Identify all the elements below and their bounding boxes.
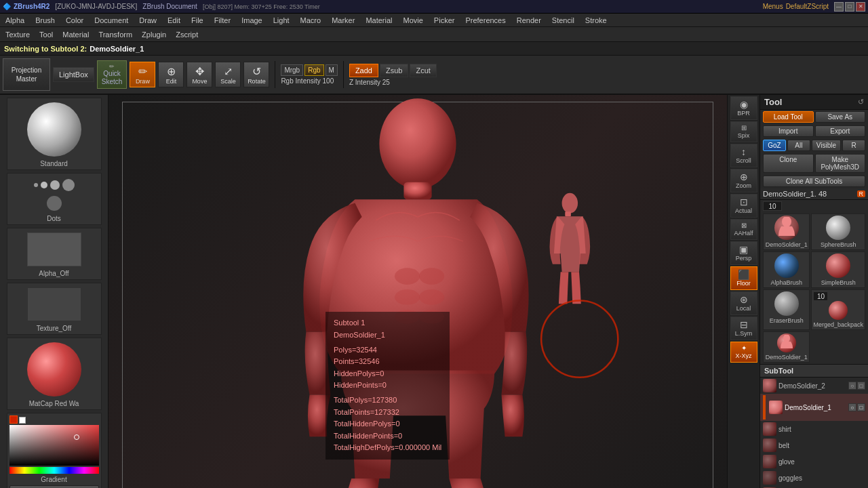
mrgb-button[interactable]: Mrgb [281, 64, 303, 76]
alpha-off-item[interactable]: Alpha_Off [7, 228, 102, 280]
projection-master-button[interactable]: Projection Master [3, 58, 50, 91]
num-input[interactable] [763, 201, 782, 211]
scroll-button[interactable]: ↕ Scroll [730, 144, 757, 167]
bpr-button[interactable]: ◉ BPR [730, 96, 757, 120]
subtool-ds1-lock[interactable]: □ [857, 403, 865, 411]
subtool-shirt[interactable]: shirt [760, 421, 868, 437]
clone-all-subtools-button[interactable]: Clone All SubTools [763, 176, 865, 187]
menu-item-preferences[interactable]: Preferences [462, 16, 508, 25]
menu-item-image[interactable]: Image [239, 16, 265, 25]
goz-button[interactable]: GoZ [763, 140, 786, 151]
menus-label[interactable]: Menus [763, 3, 783, 10]
toolbar2-item-material[interactable]: Material [60, 30, 92, 39]
maximize-button[interactable]: □ [845, 2, 854, 12]
menu-item-file[interactable]: File [189, 16, 206, 25]
menu-item-stencil[interactable]: Stencil [549, 16, 577, 25]
backpack-num-input[interactable] [813, 291, 828, 301]
foreground-color[interactable] [9, 415, 18, 424]
move-tool-button[interactable]: ✥ Move [186, 62, 212, 87]
toolbar2-item-tool[interactable]: Tool [37, 30, 56, 39]
all-button[interactable]: All [787, 140, 810, 151]
texture-off-item[interactable]: Texture_Off [7, 283, 102, 335]
toolbar2-item-zplugin[interactable]: Zplugin [139, 30, 169, 39]
subtool-ds2-eye[interactable]: ○ [848, 382, 856, 390]
actual-button[interactable]: ⊡ Actual [730, 194, 757, 218]
menu-item-document[interactable]: Document [92, 16, 131, 25]
spix-button[interactable]: ⊞ Spix [730, 121, 757, 142]
scale-tool-button[interactable]: ⤢ Scale [215, 62, 241, 87]
subtool-goggles[interactable]: goggles [760, 470, 868, 486]
menu-item-filter[interactable]: Filter [212, 16, 233, 25]
lightbox-button[interactable]: LightBox [53, 67, 94, 82]
subtool-belt[interactable]: belt [760, 437, 868, 453]
make-polymesh3d-button[interactable]: Make PolyMesh3D [815, 154, 866, 173]
merged-backpack-thumb[interactable]: Merged_backpack [811, 289, 865, 330]
toolbar2-item-transform[interactable]: Transform [96, 30, 135, 39]
simple-brush-thumb[interactable]: SimpleBrush [811, 251, 865, 288]
menu-item-light[interactable]: Light [271, 16, 292, 25]
zadd-button[interactable]: Zadd [349, 64, 378, 77]
draw-tool-button[interactable]: ✏ Draw [130, 62, 155, 87]
standard-brush-item[interactable]: Standard [7, 98, 102, 170]
menu-item-marker[interactable]: Marker [329, 16, 357, 25]
menu-item-macro[interactable]: Macro [298, 16, 324, 25]
floor-button[interactable]: ⬛ Floor [730, 266, 757, 290]
zcut-button[interactable]: Zcut [410, 64, 436, 77]
menu-item-picker[interactable]: Picker [431, 16, 458, 25]
local-button[interactable]: ⊛ Local [730, 291, 757, 315]
menu-item-brush[interactable]: Brush [33, 16, 58, 25]
toolbar2-item-zscript[interactable]: Zscript [173, 30, 201, 39]
m-button[interactable]: M [326, 64, 338, 76]
aahalf-button[interactable]: ⊠ AAHalf [730, 219, 757, 240]
dots-brush-item[interactable]: Dots [7, 173, 102, 225]
lsym-button[interactable]: ⊟ L.Sym [730, 317, 757, 340]
r-button[interactable]: R [842, 140, 865, 151]
sphere-brush-thumb[interactable]: SphereBrush [811, 214, 865, 250]
visible-button[interactable]: Visible [812, 140, 841, 151]
rgb-button[interactable]: Rgb [304, 64, 323, 76]
subtool-ds1-eye[interactable]: ○ [848, 403, 856, 411]
switchcolor-button[interactable]: SwitchColor [9, 485, 99, 488]
subtool-glove[interactable]: glove [760, 453, 868, 470]
tool-panel-refresh-icon[interactable]: ↺ [858, 98, 864, 106]
menu-item-render[interactable]: Render [514, 16, 544, 25]
subtool-thumb-belt [763, 439, 776, 452]
hue-bar[interactable] [9, 467, 99, 474]
eraser-brush-thumb[interactable]: EraserBrush [763, 289, 810, 330]
persp-button[interactable]: ▣ Persp [730, 241, 757, 265]
subtool-demosoldier1[interactable]: DemoSoldier_1 ○ □ [760, 394, 868, 421]
clone-button[interactable]: Clone [763, 154, 814, 173]
alpha-brush-thumb[interactable]: AlphaBrush [763, 251, 810, 288]
canvas-area[interactable]: Subtool 1 DemoSoldier_1 Polys=32544 Poin… [108, 95, 727, 488]
rotate-tool-button[interactable]: ↺ Rotate [243, 62, 269, 87]
menu-item-alpha[interactable]: Alpha [3, 16, 27, 25]
background-color[interactable] [19, 417, 26, 424]
color-gradient-picker[interactable] [9, 425, 99, 466]
xyz-button[interactable]: ✦ X-Xyz [730, 342, 757, 363]
toolbar2-item-texture[interactable]: Texture [3, 30, 33, 39]
quick-sketch-button[interactable]: ✏ Quick Sketch [97, 60, 127, 89]
zoom-button[interactable]: ⊕ Zoom [730, 169, 757, 192]
minimize-button[interactable]: — [834, 2, 844, 12]
demosoldier2-thumb[interactable]: DemoSoldier_1 [763, 331, 810, 363]
menu-item-movie[interactable]: Movie [401, 16, 426, 25]
subtool-demosoldier2[interactable]: DemoSoldier_2 ○ □ [760, 378, 868, 394]
script-label[interactable]: DefaultZScript [786, 3, 829, 10]
zsub-button[interactable]: Zsub [380, 64, 408, 77]
menu-item-edit[interactable]: Edit [165, 16, 183, 25]
load-tool-button[interactable]: Load Tool [763, 111, 814, 123]
menu-item-color[interactable]: Color [63, 16, 86, 25]
save-as-button[interactable]: Save As [815, 111, 866, 123]
lsym-label: L.Sym [735, 330, 753, 337]
menu-item-stroke[interactable]: Stroke [583, 16, 610, 25]
import-button[interactable]: Import [763, 125, 814, 137]
close-button[interactable]: ✕ [856, 2, 865, 12]
edit-tool-button[interactable]: ⊕ Edit [158, 62, 184, 87]
menu-item-draw[interactable]: Draw [136, 16, 159, 25]
export-button[interactable]: Export [815, 125, 866, 137]
subtool-ds2-lock[interactable]: □ [857, 382, 865, 390]
color-picker[interactable]: Gradient SwitchColor Alternate [7, 413, 102, 488]
matcap-item[interactable]: MatCap Red Wa [7, 338, 102, 410]
tool-demosoldier-thumb[interactable]: DemoSoldier_1 [763, 214, 810, 250]
menu-item-material[interactable]: Material [363, 16, 395, 25]
